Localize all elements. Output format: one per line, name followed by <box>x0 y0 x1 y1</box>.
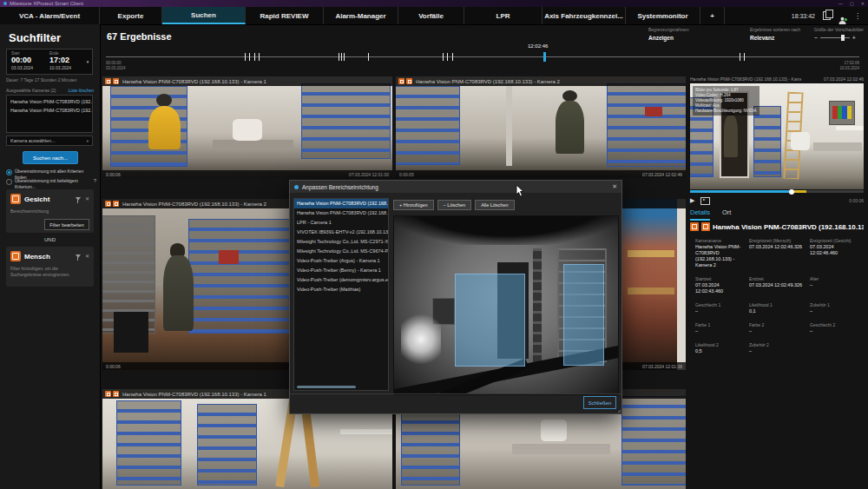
horizontal-scrollbar[interactable] <box>297 386 356 388</box>
maximize-button[interactable]: ▢ <box>850 0 854 7</box>
human-event-icon <box>398 78 404 84</box>
help-icon[interactable]: ? <box>94 178 96 183</box>
user-profile-icon[interactable] <box>838 12 846 20</box>
camera-list-item[interactable]: Hanwha Vision PNM-C7083RVD (192.168.10.1… <box>7 106 92 115</box>
main-tabbar: VCA - Alarm/Event Exporte Suchen Rapid R… <box>0 7 868 25</box>
delete-area-button[interactable]: − Löschen <box>437 200 472 210</box>
detail-field: Farbe 1– <box>695 322 744 334</box>
slider-handle[interactable] <box>841 35 845 41</box>
detail-field: Zubehör 2– <box>749 342 805 354</box>
search-for-button[interactable]: Suchen nach... <box>23 151 78 164</box>
add-area-button[interactable]: + Hinzufügen <box>393 200 434 210</box>
thumbnail-size-control: Größe der Vorschaubilder − + <box>814 27 864 41</box>
timeline-marker[interactable] <box>543 52 546 62</box>
camera-snapshot <box>102 76 392 178</box>
kebab-menu-icon[interactable]: ⋮ <box>854 12 861 20</box>
sort-dropdown[interactable]: Relevanz <box>750 35 800 41</box>
radio-match-all[interactable] <box>6 169 12 175</box>
delete-all-areas-button[interactable]: Alle Löschen <box>475 200 515 210</box>
search-filter-sidebar: Suchfilter ⋮ Start 00:00 03.03.2024 Ende… <box>0 24 101 489</box>
tab-rapid-review[interactable]: Rapid REVIEW <box>246 7 324 24</box>
detection-area-box[interactable] <box>455 274 524 367</box>
detail-field: Ereigniszeit (Mensch)07.03.2024 12:02:46… <box>749 238 805 268</box>
dialog-titlebar[interactable]: Anpassen Bereichseinrichtung ✕ <box>290 181 621 193</box>
area-setup-preview[interactable] <box>393 215 619 395</box>
camera-list-item[interactable]: Hanwha Vision PNM-C7083RVD (192.168.10.1… <box>7 97 92 106</box>
chevron-down-icon[interactable]: ▾ <box>83 50 92 74</box>
clear-list-link[interactable]: Liste löschen <box>69 88 94 93</box>
results-timeline[interactable] <box>106 56 859 57</box>
tab-systemmonitor[interactable]: Systemmonitor <box>626 7 700 24</box>
detection-area-box[interactable] <box>563 264 605 366</box>
remove-filter-icon[interactable]: ✕ <box>85 254 89 259</box>
chevron-down-icon: ▾ <box>87 139 89 143</box>
preview-header: Hanwha Vision PNM-C7083RVD (192.168.10.1… <box>690 76 864 82</box>
playback-mode-icon[interactable] <box>700 197 710 205</box>
dialog-camera-item[interactable]: Hanwha Vision PNM-C7083RVD (192.168.10.1… <box>294 199 388 208</box>
dialog-camera-item[interactable]: Video-Push-Treiber (demomgmtsrv.argus.eu… <box>294 275 388 285</box>
dialog-camera-item[interactable]: Video-Push-Treiber (Matthias) <box>294 285 388 294</box>
filter-note: Bereichseinrichtung <box>10 208 89 215</box>
timeline-marker-time: 12:02:46 <box>528 43 548 49</box>
dialog-camera-item[interactable]: Hanwha Vision PNM-C7083RVD (192.168.10.1… <box>294 208 388 218</box>
size-slider[interactable] <box>820 37 850 38</box>
tab-details[interactable]: Details <box>690 208 710 221</box>
face-event-icon <box>701 222 710 231</box>
result-tile[interactable]: Hanwha Vision PNM-C7083RVD (192.168.10.1… <box>102 76 392 178</box>
timeline-end-label: 17:02:06 10.03.2024 <box>839 61 859 71</box>
results-count-heading: 67 Ergebnisse <box>107 31 172 42</box>
tab-vorfaelle[interactable]: Vorfälle <box>398 7 464 24</box>
detail-field: KameranameHanwha Vision PNM-C7083RVD (19… <box>695 238 744 268</box>
filter-note: Filter hinzufügen, um die Suchergebnisse… <box>10 266 89 278</box>
mouse-cursor <box>516 185 524 197</box>
selected-cameras-label: Ausgewählte Kameras (2) <box>6 88 56 93</box>
preview-video[interactable]: Bilder pro Sekunde: 1,87 Video-Codec: H.… <box>690 83 864 189</box>
radio-match-any[interactable] <box>6 179 12 185</box>
result-tile[interactable]: Hanwha Vision PNM-C7083RVD (192.168.10.1… <box>396 76 686 178</box>
tab-vca-alarm-event[interactable]: VCA - Alarm/Event <box>0 7 100 24</box>
tab-alarm-manager[interactable]: Alarm-Manager <box>324 7 398 24</box>
dialog-camera-item[interactable]: Video-Push-Treiber (Argus) - Kamera 1 <box>294 256 388 266</box>
sidebar-kebab-icon[interactable]: ⋮ <box>49 33 56 41</box>
tab-lpr[interactable]: LPR <box>464 7 542 24</box>
detail-field: Alter– <box>810 276 862 294</box>
human-filter-icon <box>10 251 21 261</box>
filter-funnel-icon[interactable] <box>76 254 81 258</box>
dialog-camera-item[interactable]: Milesight Technology Co.,Ltd. MS-C9674-P… <box>294 247 388 256</box>
play-icon[interactable]: ▶ <box>690 196 694 205</box>
tab-ort[interactable]: Ort <box>722 208 731 221</box>
duration-text: Dauer: 7 Tage 17 Stunden 2 Minuten <box>6 77 96 83</box>
human-event-icon <box>105 201 111 207</box>
face-event-icon <box>113 391 119 397</box>
dialog-close-icon[interactable]: ✕ <box>612 183 617 190</box>
minimize-button[interactable]: — <box>838 0 843 7</box>
playback-progress-bar[interactable] <box>690 190 864 193</box>
size-minus-button[interactable]: − <box>814 35 818 41</box>
dialog-camera-item[interactable]: Milesight Technology Co.,Ltd. MS-C2971-X… <box>294 237 388 247</box>
size-plus-button[interactable]: + <box>852 35 856 41</box>
time-range-picker[interactable]: Start 00:00 03.03.2024 Ende 17:02 10.03.… <box>6 49 93 75</box>
detail-field: Startzeit07.03.2024 12:02:43.460 <box>695 276 744 294</box>
dialog-close-button[interactable]: Schließen <box>583 396 616 409</box>
dialog-camera-list: Hanwha Vision PNM-C7083RVD (192.168.10.1… <box>293 198 389 391</box>
detail-field: Likelihood 10,1 <box>749 302 805 314</box>
tab-add[interactable]: + <box>700 7 725 24</box>
dialog-camera-item[interactable]: VIVOTEK IB9391-EHTV-v2 (192.168.10.132) … <box>294 228 388 237</box>
close-button[interactable]: ✕ <box>861 0 865 7</box>
export-icon[interactable] <box>823 11 831 20</box>
event-details-grid: KameranameHanwha Vision PNM-C7083RVD (19… <box>695 238 862 354</box>
dialog-camera-item[interactable]: Video-Push-Treiber (Benny) - Kamera 1 <box>294 266 388 275</box>
playhead-handle[interactable] <box>789 189 794 195</box>
edit-filter-button[interactable]: Filter bearbeiten <box>44 219 89 230</box>
camera-select-dropdown[interactable]: Kamera auswählen... ▾ <box>6 135 93 146</box>
app-logo-icon <box>3 2 7 5</box>
dialog-camera-item[interactable]: LPR - Camera 1 <box>294 218 388 228</box>
resize-grip[interactable] <box>615 407 621 413</box>
tab-exporte[interactable]: Exporte <box>100 7 162 24</box>
tab-axis-fahrzeugkennzeichen[interactable]: Axis Fahrzeugkennzei... <box>542 7 626 24</box>
bounding-box-dropdown[interactable]: Anzeigen <box>648 35 688 41</box>
tab-suchen[interactable]: Suchen <box>162 7 246 24</box>
filter-funnel-icon[interactable] <box>76 197 81 201</box>
remove-filter-icon[interactable]: ✕ <box>85 196 89 202</box>
detail-field: Geschlecht 1– <box>695 302 744 314</box>
